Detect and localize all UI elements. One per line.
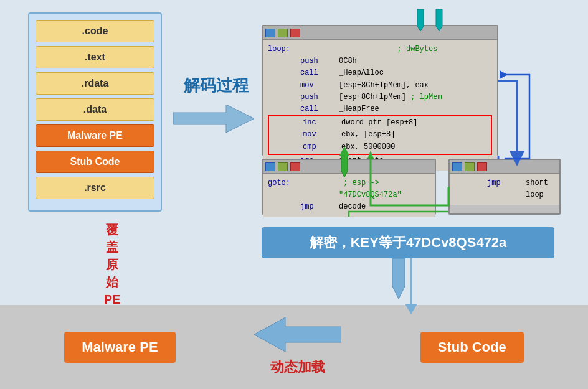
ida-window-bottom-right: jmp short loop [448, 159, 561, 215]
ida-titlebar-top [263, 26, 497, 40]
ida-icon-bl-1 [265, 162, 275, 171]
ida-titlebar-bottom-left [263, 160, 435, 174]
svg-marker-1 [173, 105, 254, 133]
pe-structure-box: .code .text .rdata .data Malware PE Stub… [28, 12, 162, 212]
ida-icon-bl-2 [278, 162, 288, 171]
ida-icon-3 [290, 29, 300, 37]
dynamic-load-label: 动态加载 [254, 317, 341, 377]
decode-process-label: 解码过程 [184, 75, 249, 96]
pe-section-malware: Malware PE [36, 124, 154, 147]
ida-icon-2 [278, 29, 288, 37]
stub-code-bottom-label: Stub Code [420, 332, 524, 363]
pe-section-data: .data [36, 98, 154, 121]
cover-original-pe-label: 覆 盖 原 始 PE [93, 221, 131, 308]
pe-section-text: .text [36, 46, 154, 68]
ida-content-top: loop: ; dwBytes push 0C8h call _HeapAllo… [263, 40, 497, 171]
pe-section-code: .code [36, 20, 154, 42]
ida-icon-br-3 [477, 162, 487, 171]
decrypt-key-label: 解密，KEY等于47DCv8QS472a [262, 227, 554, 258]
pe-section-rdata: .rdata [36, 72, 154, 95]
decode-arrow [173, 105, 254, 135]
ida-icon-1 [265, 29, 275, 37]
ida-titlebar-bottom-right [450, 160, 559, 174]
malware-pe-bottom-label: Malware PE [64, 332, 175, 363]
pe-section-stub: Stub Code [36, 151, 154, 173]
svg-marker-0 [254, 317, 341, 352]
ida-icon-br-1 [452, 162, 462, 171]
ida-icon-bl-3 [290, 162, 300, 171]
ida-content-bottom-left: goto: ; esp -> "47DCv8QS472a" jmp decode [263, 174, 435, 217]
ida-content-bottom-right: jmp short loop [450, 174, 559, 205]
ida-window-bottom-left: goto: ; esp -> "47DCv8QS472a" jmp decode [262, 159, 436, 215]
pe-section-rsrc: .rsrc [36, 177, 154, 199]
ida-window-top: loop: ; dwBytes push 0C8h call _HeapAllo… [262, 25, 498, 156]
ida-icon-br-2 [465, 162, 475, 171]
bottom-area: Malware PE 动态加载 Stub Code [0, 305, 588, 389]
